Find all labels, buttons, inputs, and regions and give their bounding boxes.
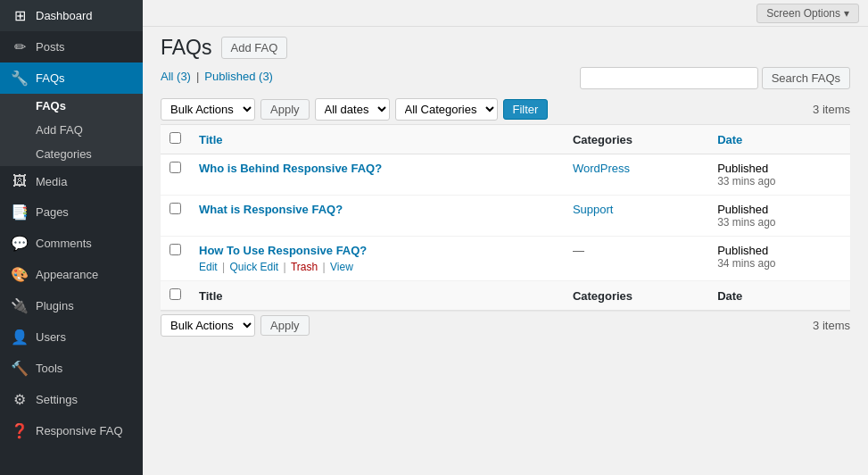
screen-options-arrow: ▾ — [844, 7, 849, 20]
pages-icon: 📑 — [11, 204, 29, 221]
filter-button[interactable]: Filter — [503, 99, 549, 120]
sidebar-item-responsive-faq[interactable]: ❓ Responsive FAQ — [0, 415, 143, 446]
row3-status: Published — [717, 244, 841, 257]
row1-title-link[interactable]: Who is Behind Responsive FAQ? — [199, 162, 382, 175]
faqs-icon: 🔧 — [11, 70, 29, 87]
select-all-checkbox[interactable] — [169, 132, 181, 144]
sidebar-item-label: Plugins — [36, 299, 74, 312]
row3-quick-edit-link[interactable]: Quick Edit — [229, 261, 278, 273]
row3-title-link[interactable]: How To Use Responsive FAQ? — [199, 244, 367, 257]
filter-links: All (3) | Published (3) — [161, 70, 273, 83]
sidebar-submenu-item-add-faq[interactable]: Add FAQ — [0, 118, 143, 142]
sidebar-item-plugins[interactable]: 🔌 Plugins — [0, 290, 143, 321]
items-count-top: 3 items — [813, 103, 850, 116]
sidebar-item-dashboard[interactable]: ⊞ Dashboard — [0, 0, 143, 31]
filter-separator: | — [196, 70, 199, 83]
row2-checkbox[interactable] — [169, 203, 181, 214]
table-row: How To Use Responsive FAQ? Edit | Quick … — [161, 237, 850, 281]
settings-icon: ⚙ — [11, 391, 29, 408]
items-count-bottom: 3 items — [813, 319, 850, 332]
sidebar-item-label: Pages — [36, 205, 69, 219]
apply-button-top[interactable]: Apply — [260, 99, 310, 120]
dates-select[interactable]: All dates — [315, 98, 390, 121]
th-categories: Categories — [564, 125, 708, 154]
sidebar-submenu-item-categories[interactable]: Categories — [0, 142, 143, 166]
sidebar-item-label: Settings — [36, 393, 78, 406]
row1-checkbox[interactable] — [169, 162, 181, 173]
sidebar-item-faqs[interactable]: 🔧 FAQs — [0, 62, 143, 94]
row2-status: Published — [717, 203, 841, 216]
row3-trash-link[interactable]: Trash — [291, 261, 318, 273]
select-all-checkbox-bottom[interactable] — [169, 288, 181, 300]
categories-select[interactable]: All Categories — [395, 98, 498, 121]
row1-checkbox-cell — [161, 154, 190, 196]
page-title: FAQs — [161, 36, 212, 60]
row3-category-cell: — — [564, 237, 708, 281]
sidebar-item-label: Responsive FAQ — [36, 424, 123, 438]
sidebar-item-label: Dashboard — [36, 9, 93, 22]
row1-time-ago: 33 mins ago — [717, 175, 841, 188]
sidebar-item-label: Tools — [36, 362, 62, 375]
title-sort-link[interactable]: Title — [199, 133, 223, 146]
sidebar-item-tools[interactable]: 🔨 Tools — [0, 353, 143, 384]
row3-checkbox-cell — [161, 237, 190, 281]
bulk-actions-select-top[interactable]: Bulk Actions — [161, 98, 255, 121]
tools-icon: 🔨 — [11, 360, 29, 377]
topbar: Screen Options ▾ — [143, 0, 868, 27]
th-title: Title — [190, 125, 564, 154]
row3-view-link[interactable]: View — [330, 261, 353, 273]
row3-checkbox[interactable] — [169, 244, 181, 255]
row2-checkbox-cell — [161, 196, 190, 237]
sidebar-item-label: Posts — [36, 40, 65, 54]
add-faq-button[interactable]: Add FAQ — [221, 37, 288, 59]
sidebar-item-media[interactable]: 🖼 Media — [0, 166, 143, 196]
sidebar-item-label: Users — [36, 330, 66, 344]
row2-title-link[interactable]: What is Responsive FAQ? — [199, 203, 343, 216]
sidebar-item-pages[interactable]: 📑 Pages — [0, 196, 143, 228]
row2-date-cell: Published 33 mins ago — [708, 196, 850, 237]
content-area: FAQs Add FAQ All (3) | Published (3) Sea… — [143, 27, 868, 475]
sidebar-item-comments[interactable]: 💬 Comments — [0, 228, 143, 259]
appearance-icon: 🎨 — [11, 266, 29, 283]
row1-category-cell: WordPress — [564, 154, 708, 196]
sidebar-item-label: Media — [36, 175, 67, 188]
sidebar-item-posts[interactable]: ✏ Posts — [0, 31, 143, 62]
tfoot-categories: Categories — [564, 281, 708, 311]
faqs-table: Title Categories Date Who is Behind Resp… — [161, 124, 850, 311]
row3-title-cell: How To Use Responsive FAQ? Edit | Quick … — [190, 237, 564, 281]
search-input[interactable] — [580, 67, 758, 89]
sidebar-item-settings[interactable]: ⚙ Settings — [0, 384, 143, 415]
row3-date-cell: Published 34 mins ago — [708, 237, 850, 281]
row1-date-cell: Published 33 mins ago — [708, 154, 850, 196]
posts-icon: ✏ — [11, 38, 29, 55]
filter-published[interactable]: Published (3) — [204, 70, 273, 83]
row2-category-cell: Support — [564, 196, 708, 237]
bottom-toolbar: Bulk Actions Apply 3 items — [161, 314, 850, 337]
screen-options-button[interactable]: Screen Options ▾ — [756, 4, 859, 23]
top-toolbar: Bulk Actions Apply All dates All Categor… — [161, 98, 850, 121]
sidebar-item-label: FAQs — [36, 71, 65, 85]
row2-title-cell: What is Responsive FAQ? Edit | Quick Edi… — [190, 196, 564, 237]
tfoot-date: Date — [708, 281, 850, 311]
sidebar-submenu-item-faqs-main[interactable]: FAQs — [0, 94, 143, 118]
date-sort-link[interactable]: Date — [717, 133, 742, 146]
tfoot-title: Title — [190, 281, 564, 311]
sidebar-item-label: Comments — [36, 237, 92, 250]
search-row: Search FAQs — [580, 67, 850, 89]
th-checkbox — [161, 125, 190, 154]
sidebar-item-appearance[interactable]: 🎨 Appearance — [0, 259, 143, 290]
row3-edit-link[interactable]: Edit — [199, 261, 218, 273]
sidebar-submenu-faqs: FAQs Add FAQ Categories — [0, 94, 143, 166]
row1-category-link[interactable]: WordPress — [573, 162, 630, 175]
sidebar-item-label: Appearance — [36, 268, 98, 281]
sidebar-item-users[interactable]: 👤 Users — [0, 321, 143, 353]
row2-category-link[interactable]: Support — [573, 203, 614, 216]
apply-button-bottom[interactable]: Apply — [260, 315, 310, 336]
search-faqs-button[interactable]: Search FAQs — [762, 67, 850, 89]
plugins-icon: 🔌 — [11, 297, 29, 314]
filter-all[interactable]: All (3) — [161, 70, 191, 83]
bulk-actions-select-bottom[interactable]: Bulk Actions — [161, 314, 255, 337]
row3-actions: Edit | Quick Edit | Trash | View — [199, 261, 555, 273]
row2-time-ago: 33 mins ago — [717, 216, 841, 229]
page-header: FAQs Add FAQ — [161, 36, 850, 60]
